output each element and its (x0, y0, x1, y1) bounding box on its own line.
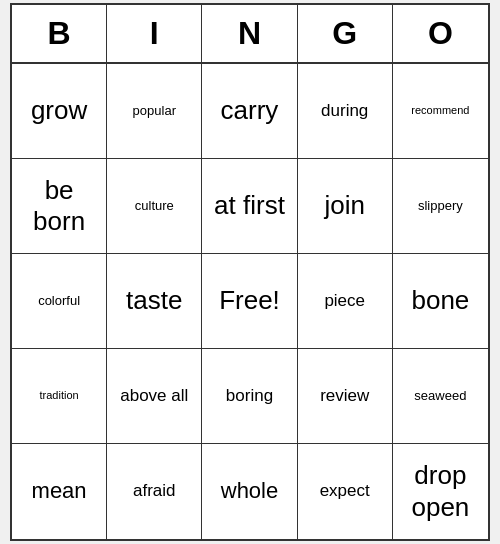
cell-text: be born (18, 175, 100, 237)
bingo-cell[interactable]: mean (12, 444, 107, 539)
header-letter: G (298, 5, 393, 62)
cell-text: slippery (418, 198, 463, 214)
header-letter: I (107, 5, 202, 62)
bingo-card: BINGO growpopularcarryduringrecommendbe … (10, 3, 490, 541)
header-letter: N (202, 5, 297, 62)
bingo-cell[interactable]: taste (107, 254, 202, 349)
cell-text: tradition (40, 389, 79, 402)
header-letter: B (12, 5, 107, 62)
cell-text: bone (411, 285, 469, 316)
bingo-cell[interactable]: colorful (12, 254, 107, 349)
cell-text: taste (126, 285, 182, 316)
bingo-cell[interactable]: whole (202, 444, 297, 539)
cell-text: boring (226, 386, 273, 406)
bingo-cell[interactable]: grow (12, 64, 107, 159)
cell-text: above all (120, 386, 188, 406)
bingo-cell[interactable]: afraid (107, 444, 202, 539)
bingo-cell[interactable]: join (298, 159, 393, 254)
cell-text: carry (221, 95, 279, 126)
header-letter: O (393, 5, 488, 62)
bingo-cell[interactable]: recommend (393, 64, 488, 159)
cell-text: afraid (133, 481, 176, 501)
bingo-cell[interactable]: carry (202, 64, 297, 159)
cell-text: piece (324, 291, 365, 311)
cell-text: seaweed (414, 388, 466, 404)
cell-text: culture (135, 198, 174, 214)
bingo-cell[interactable]: during (298, 64, 393, 159)
bingo-cell[interactable]: bone (393, 254, 488, 349)
cell-text: mean (32, 478, 87, 504)
cell-text: join (324, 190, 364, 221)
bingo-grid: growpopularcarryduringrecommendbe borncu… (12, 64, 488, 539)
bingo-cell[interactable]: popular (107, 64, 202, 159)
cell-text: whole (221, 478, 278, 504)
bingo-cell[interactable]: tradition (12, 349, 107, 444)
bingo-cell[interactable]: expect (298, 444, 393, 539)
bingo-cell[interactable]: drop open (393, 444, 488, 539)
cell-text: colorful (38, 293, 80, 309)
cell-text: drop open (399, 460, 482, 522)
cell-text: at first (214, 190, 285, 221)
cell-text: recommend (411, 104, 469, 117)
cell-text: during (321, 101, 368, 121)
bingo-cell[interactable]: above all (107, 349, 202, 444)
bingo-cell[interactable]: at first (202, 159, 297, 254)
bingo-cell[interactable]: be born (12, 159, 107, 254)
cell-text: popular (133, 103, 176, 119)
cell-text: Free! (219, 285, 280, 316)
bingo-cell[interactable]: Free! (202, 254, 297, 349)
bingo-cell[interactable]: culture (107, 159, 202, 254)
cell-text: review (320, 386, 369, 406)
bingo-cell[interactable]: slippery (393, 159, 488, 254)
cell-text: grow (31, 95, 87, 126)
cell-text: expect (320, 481, 370, 501)
bingo-cell[interactable]: seaweed (393, 349, 488, 444)
bingo-cell[interactable]: boring (202, 349, 297, 444)
bingo-header: BINGO (12, 5, 488, 64)
bingo-cell[interactable]: review (298, 349, 393, 444)
bingo-cell[interactable]: piece (298, 254, 393, 349)
